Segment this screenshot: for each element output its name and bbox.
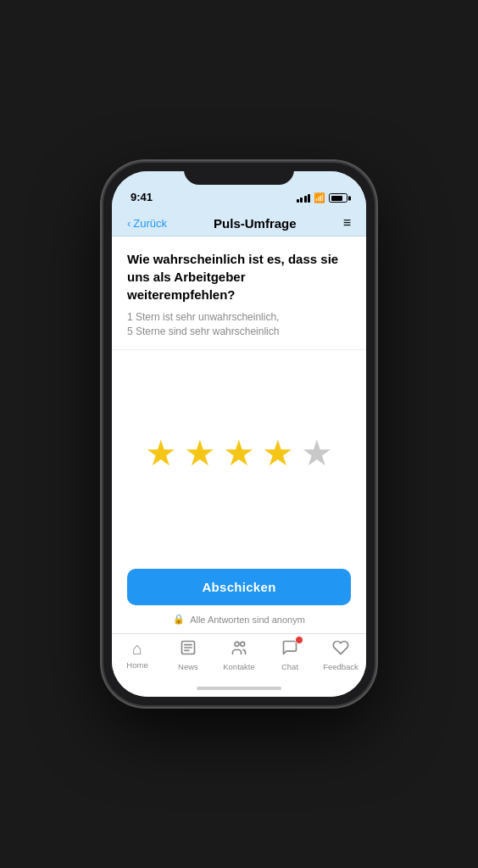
wifi-icon: 📶 [314,192,325,203]
star-4[interactable]: ★ [262,436,294,471]
news-icon [180,641,197,659]
svg-point-5 [241,642,245,646]
tab-news-label: News [178,662,198,671]
tab-contacts-label: Kontakte [223,662,255,671]
tab-contacts-icon-wrap [231,639,247,660]
chevron-left-icon: ‹ [127,217,131,230]
tab-home-icon-wrap: ⌂ [132,639,142,659]
home-bar [112,680,366,697]
feedback-icon [332,641,349,659]
tab-home[interactable]: ⌂ Home [112,639,163,671]
menu-button[interactable]: ≡ [343,215,351,231]
tab-feedback[interactable]: Feedback [315,639,366,671]
submit-button[interactable]: Abschicken [127,569,351,605]
chat-icon [281,641,298,659]
navigation-bar: ‹ Zurück Puls-Umfrage ≡ [112,209,366,236]
lock-icon: 🔒 [173,614,185,625]
signal-icon [297,194,311,203]
status-icons: 📶 [297,192,348,203]
back-label: Zurück [133,217,167,230]
star-2[interactable]: ★ [184,436,216,471]
question-section: Wie wahrscheinlich ist es, dass sie uns … [112,236,366,350]
home-icon: ⌂ [132,639,142,658]
submit-section: Abschicken 🔒 Alle Antworten sind anonym [112,557,366,633]
tab-home-label: Home [126,660,147,670]
status-time: 9:41 [131,191,153,203]
home-indicator [197,687,281,690]
stars-section: ★ ★ ★ ★ ★ [112,350,366,557]
battery-icon [329,193,347,203]
tab-chat-icon-wrap [281,639,298,660]
phone-notch [184,163,294,185]
anonymous-text: Alle Antworten sind anonym [190,615,305,625]
tab-chat-label: Chat [281,662,298,671]
tab-news-icon-wrap [180,639,197,660]
question-hint: 1 Stern ist sehr unwahrscheinlich, 5 Ste… [127,310,351,339]
question-title: Wie wahrscheinlich ist es, dass sie uns … [127,250,351,303]
contacts-icon [231,641,247,659]
tab-feedback-label: Feedback [323,662,358,671]
star-5[interactable]: ★ [301,436,333,471]
chat-badge [295,636,303,644]
svg-point-4 [235,642,239,646]
hint-line-2: 5 Sterne sind sehr wahrscheinlich [127,326,279,337]
page-title: Puls-Umfrage [214,216,297,231]
main-content: Wie wahrscheinlich ist es, dass sie uns … [112,236,366,633]
star-3[interactable]: ★ [223,436,255,471]
tab-feedback-icon-wrap [332,639,349,660]
star-1[interactable]: ★ [145,436,177,471]
tab-contacts[interactable]: Kontakte [214,639,264,671]
tab-chat[interactable]: Chat [264,639,315,671]
star-rating[interactable]: ★ ★ ★ ★ ★ [145,436,333,471]
tab-bar: ⌂ Home News [112,633,366,680]
tab-news[interactable]: News [163,639,214,671]
back-button[interactable]: ‹ Zurück [127,217,167,230]
phone-screen: 9:41 📶 ‹ Zurück Puls-Umfrage [112,171,366,697]
hint-line-1: 1 Stern ist sehr unwahrscheinlich, [127,311,279,323]
phone-device: 9:41 📶 ‹ Zurück Puls-Umfrage [103,163,375,705]
anonymous-note: 🔒 Alle Antworten sind anonym [127,614,351,625]
